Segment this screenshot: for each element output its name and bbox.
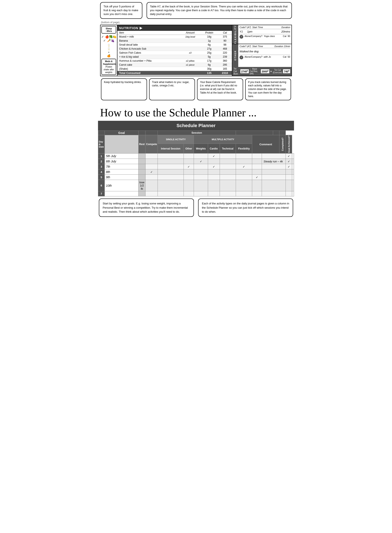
sch-compete-header: Compete <box>145 135 158 153</box>
nutrition-item-2: Small decaf latte <box>117 43 180 47</box>
schedule-row-4: 5 9th ✓ <box>98 175 294 180</box>
flexibility-label: Flexibility <box>232 25 238 44</box>
flexibility-label-text: Flexibility <box>234 25 237 44</box>
nutrition-cal-7: 295 <box>218 63 232 67</box>
nutrition-row-7: Carrot cake x1 piece 6g 295 <box>117 63 232 67</box>
sch-goal-achieved-2 <box>292 164 294 169</box>
nutrition-protein-2: 6g <box>201 43 218 47</box>
schedule-bottom-callout-0: Start by setting your goals. E.g. losing… <box>99 199 194 217</box>
sch-goal-achieved-5 <box>292 180 294 191</box>
nutrition-row-0: Muesli + milk 1big bowl 18g 375 <box>117 35 232 39</box>
bottom-callout-2: Your Base Calorie Requirement (i.e. what… <box>197 78 243 100</box>
fruit-icon-2: 🥦 <box>109 35 112 39</box>
glass-icon-2: 🥛 <box>107 47 111 51</box>
nutrition-cal-5: 239 <box>218 55 232 59</box>
water-icons: 🥛 🥛 + 🍊 <box>107 44 111 57</box>
sch-weights-header: Weights <box>194 144 208 153</box>
left-sidebar: Sleep ~8hrs ✓ 🍎 🥦 🍋 ✓ 🥕 🍇 🥛 🥛 + 🍊 Meds &… <box>101 25 117 76</box>
other-activity-value: Walked the dog <box>239 50 258 53</box>
checkmark-icon-2: ✓ <box>103 39 107 42</box>
other-cal-value: 50 <box>288 56 290 59</box>
other-block: Other Code? (A7) Start Time Duration 10m… <box>232 44 291 67</box>
nutrition-amount-2 <box>180 43 201 47</box>
flex-duration-value: 20mins <box>281 30 290 33</box>
schedule-row-3: 4 8th ✓ <box>98 169 294 175</box>
sch-other-2 <box>194 164 208 169</box>
bottom-of-page-label: (bottom of page) <box>101 21 292 24</box>
sch-completed-0: ✓ <box>286 153 292 159</box>
nutrition-table: Item Amount Protein Cal Muesli + milk 1b… <box>117 31 232 75</box>
checkmark-icon-1: ✓ <box>101 35 105 39</box>
tot-cal-burn-label: Tot Cal Burn <box>233 68 239 75</box>
sch-row-num-3: 4 <box>98 169 105 175</box>
nutrition-row-2: Small decaf latte 6g 98 <box>117 43 232 47</box>
top-section: Tick off your 5 portions of fruit & veg … <box>98 0 294 102</box>
sch-cardio-6 <box>220 191 236 196</box>
other-cal-label: Cal <box>283 56 286 59</box>
sch-other-4 <box>194 175 208 180</box>
nutrition-protein-3: 27g <box>201 47 218 51</box>
schedule-header-row-2: Day & Date Rest Compete Single Activity … <box>98 135 294 144</box>
sch-comment-1: Steady run – 4k <box>262 159 285 164</box>
meds-box: Meds & Supplements Protein shake after w… <box>101 59 116 75</box>
nutrition-cal-1: 90 <box>218 39 232 43</box>
nutrition-header: Nutrition ▶ <box>117 25 232 31</box>
meds-label: Meds & Supplements <box>103 60 114 65</box>
schedule-row-1: 2 6th July ✓ Steady run – 4k ✓ <box>98 159 294 164</box>
cal-burn-arrow: ← Base Cal Req (A4) <box>250 68 260 75</box>
other-label: Other <box>232 44 238 67</box>
sch-goal-achieved-4 <box>292 175 294 180</box>
col-header-item: Item <box>117 31 180 35</box>
sch-session-header: Session <box>158 130 236 135</box>
sch-row-num-5: 6 <box>98 180 105 191</box>
sch-other-1: ✓ <box>194 159 208 164</box>
schedule-bottom-callouts: Start by setting your goals. E.g. losing… <box>99 199 293 217</box>
nutrition-protein-8: 30g <box>201 67 218 71</box>
bottom-callout-3-text: If you track calories burned during each… <box>248 81 287 98</box>
sch-cardio-2 <box>220 164 236 169</box>
sch-rest-2 <box>145 164 158 169</box>
sch-technical-4 <box>236 175 252 180</box>
nutrition-item-8: (Shake) <box>117 67 180 71</box>
sch-goal-achieved-3 <box>292 169 294 175</box>
nutrition-section: Nutrition ▶ Item Amount Protein Cal Mues… <box>117 25 232 76</box>
flex-header-start: Start Time <box>252 26 263 28</box>
schedule-row-5: 6 10th lose 1/2 lb <box>98 180 294 191</box>
sch-technical-6 <box>236 191 252 196</box>
flexibility-content: Code? (A7) Start Time Duration Y1 1pm 20… <box>238 25 291 44</box>
schedule-row-6: 7 <box>98 191 294 196</box>
right-section: Flexibility Code? (A7) Start Time Durati… <box>232 25 291 76</box>
sch-single-activity-header: Single Activity <box>158 135 194 144</box>
bottom-callout-0-text: Keep hydrated by tracking drinks. <box>104 81 141 84</box>
sch-technical-5 <box>236 180 252 191</box>
flex-header-duration: Duration <box>281 26 290 28</box>
sch-interval-2: ✓ <box>184 164 194 169</box>
nutrition-item-6: Hummus & cucumber + Pitta <box>117 59 180 63</box>
sch-completed-header: Completed? <box>280 135 286 153</box>
glass-icon-1: 🥛 <box>107 44 111 47</box>
sch-day-0: 5th July <box>105 153 138 159</box>
sch-technical-2: ✓ <box>236 164 252 169</box>
flexibility-block: Flexibility Code? (A7) Start Time Durati… <box>232 25 291 44</box>
sch-rest-header: Rest <box>138 135 145 153</box>
nutrition-cal-4: 220 <box>218 51 232 55</box>
sch-flexibility-3 <box>252 169 262 175</box>
sch-rest-spacer <box>138 130 145 135</box>
sch-day-1: 6th July <box>105 159 138 164</box>
flex-start-value: 1pm <box>247 30 252 33</box>
nutrition-protein-4: 25g <box>201 51 218 55</box>
top-callout-right-text: Table A7, at the back of the book, is yo… <box>150 5 288 16</box>
sch-comment-6 <box>262 191 285 196</box>
other-content: Code? (A7) Start Time Duration 10min Wal… <box>238 44 291 67</box>
other-alone-value: with Jo <box>264 56 271 59</box>
flex-header-code: Code? (A7) <box>239 26 251 28</box>
nutrition-cal-2: 98 <box>218 43 232 47</box>
sch-completed-2: ✓ <box>286 164 292 169</box>
nutrition-total-cal: 2310 <box>218 71 232 75</box>
schedule-row-0: 1 5th July ✓ ✓ <box>98 153 294 159</box>
nutrition-protein-7: 6g <box>201 63 218 67</box>
schedule-table-wrap: Goal Session Day & Date Rest Compete Sin… <box>98 130 294 197</box>
sch-goal-achieved-1 <box>292 159 294 164</box>
fruit-icon-3: 🍋 <box>113 35 116 39</box>
other-header-duration: Duration 10min <box>274 45 290 47</box>
